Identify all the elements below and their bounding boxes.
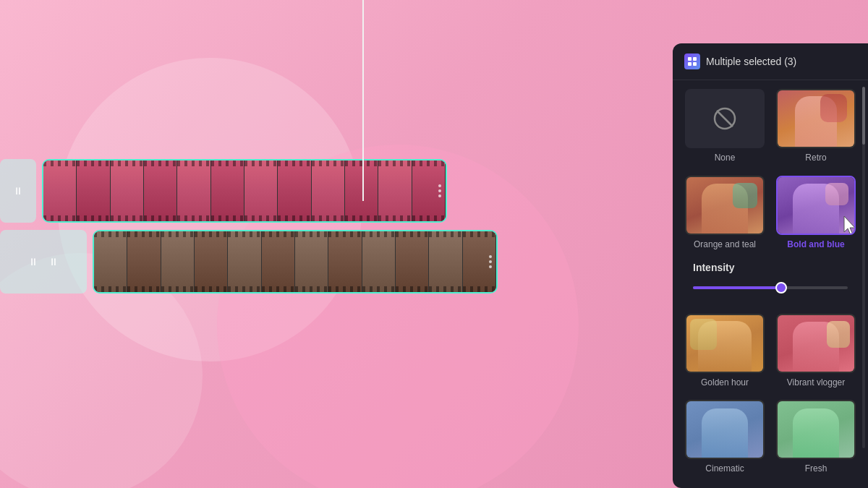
film-frame [228, 231, 261, 292]
track-strip-2[interactable] [93, 230, 498, 294]
slider-fill [693, 286, 781, 289]
track2-handle-right[interactable] [489, 255, 492, 268]
track-controls-1: ⏸ [0, 159, 36, 223]
filter-item-extra1[interactable]: Cinematic [683, 400, 767, 479]
film-frame [127, 231, 161, 292]
filter-item-orange-teal[interactable]: Orange and teal [683, 176, 767, 255]
film-frame [195, 231, 228, 292]
filter-label-bold-blue: Bold and blue [787, 239, 844, 249]
track-container: ⏸ [0, 159, 557, 294]
filter-item-vibrant-vlogger[interactable]: Vibrant vlogger [774, 314, 858, 393]
filter-label-vibrant-vlogger: Vibrant vlogger [787, 377, 846, 388]
right-panel: Multiple selected (3) None Retro [673, 43, 868, 488]
track-strip-inner-1 [43, 160, 446, 221]
track2-pause-btn[interactable]: ⏸ [25, 254, 41, 270]
slider-thumb[interactable] [775, 282, 787, 294]
photo-extra2-sim [778, 401, 854, 458]
photo-extra1-sim [686, 401, 763, 458]
filter-label-extra1: Cinematic [705, 463, 744, 474]
track1-handle-right[interactable] [438, 184, 441, 197]
film-frame [362, 231, 396, 292]
film-frame [144, 160, 177, 221]
handle-dot [489, 265, 492, 268]
handle-dot [489, 260, 492, 263]
film-frame [262, 231, 295, 292]
filter-thumb-extra2 [776, 400, 856, 459]
filter-item-bold-blue[interactable]: Bold and blue [774, 176, 858, 255]
svg-rect-3 [693, 62, 697, 66]
track-row-2: ⏸ ⏸ [0, 230, 557, 294]
svg-rect-1 [693, 57, 697, 61]
playhead-line [362, 0, 364, 201]
film-frame [278, 160, 311, 221]
track-strip-inner-2 [94, 231, 496, 292]
filter-thumb-orange-teal [685, 176, 765, 235]
handle-dot [438, 189, 441, 192]
filter-item-extra2[interactable]: Fresh [774, 400, 858, 479]
filter-item-golden-hour[interactable]: Golden hour [683, 314, 767, 393]
filter-label-orange-teal: Orange and teal [694, 239, 756, 249]
panel-icon [684, 53, 700, 69]
filter-label-retro: Retro [805, 153, 826, 163]
photo-vibrant-sim [778, 315, 854, 372]
photo-retro-sim [778, 90, 854, 147]
photo-bold-blue-sim [778, 177, 854, 234]
film-frame [429, 231, 462, 292]
handle-dot [438, 184, 441, 187]
film-frame [111, 160, 144, 221]
filter-thumb-retro [776, 89, 856, 148]
panel-scrollbar[interactable] [862, 87, 865, 448]
film-frame [378, 160, 412, 221]
filter-item-none[interactable]: None [683, 89, 767, 168]
filter-label-none: None [715, 153, 736, 163]
film-frame [77, 160, 110, 221]
svg-rect-2 [688, 62, 692, 66]
track-controls-2: ⏸ ⏸ [0, 230, 87, 294]
film-frame [244, 160, 278, 221]
slider-track [693, 286, 848, 289]
film-frame [211, 160, 244, 221]
intensity-section: Intensity [683, 262, 858, 301]
filter-thumb-bold-blue [776, 176, 856, 235]
intensity-label: Intensity [693, 262, 848, 273]
filter-grid: None Retro Orange and teal [673, 80, 868, 488]
photo-orange-teal-sim [686, 177, 763, 234]
handle-dot [438, 194, 441, 197]
track-strip-1[interactable] [42, 159, 447, 223]
panel-scrollbar-thumb[interactable] [862, 87, 865, 145]
film-frame [43, 160, 77, 221]
svg-line-5 [717, 111, 733, 127]
timeline-area: ⏸ [0, 159, 557, 294]
playhead [353, 0, 373, 201]
panel-header: Multiple selected (3) [673, 43, 868, 80]
film-frame [295, 231, 328, 292]
film-frame [177, 160, 210, 221]
filter-label-extra2: Fresh [805, 463, 827, 474]
filter-item-retro[interactable]: Retro [774, 89, 858, 168]
intensity-slider-container[interactable] [693, 281, 848, 295]
panel-title: Multiple selected (3) [706, 56, 796, 67]
handle-dot [489, 255, 492, 258]
filter-thumb-none [685, 89, 765, 148]
film-frame [312, 160, 345, 221]
filter-label-golden-hour: Golden hour [701, 377, 749, 388]
filter-thumb-extra1 [685, 400, 765, 459]
track2-play-btn[interactable]: ⏸ [46, 254, 61, 270]
track1-pause-btn[interactable]: ⏸ [10, 183, 26, 199]
photo-golden-sim [686, 315, 763, 372]
film-frame [396, 231, 429, 292]
svg-rect-0 [688, 57, 692, 61]
track-row-1: ⏸ [0, 159, 557, 223]
film-frame [94, 231, 127, 292]
filter-thumb-vibrant-vlogger [776, 314, 856, 373]
intensity-container: Intensity [683, 262, 858, 307]
film-frame [328, 231, 362, 292]
film-frame [161, 231, 195, 292]
filter-thumb-golden-hour [685, 314, 765, 373]
